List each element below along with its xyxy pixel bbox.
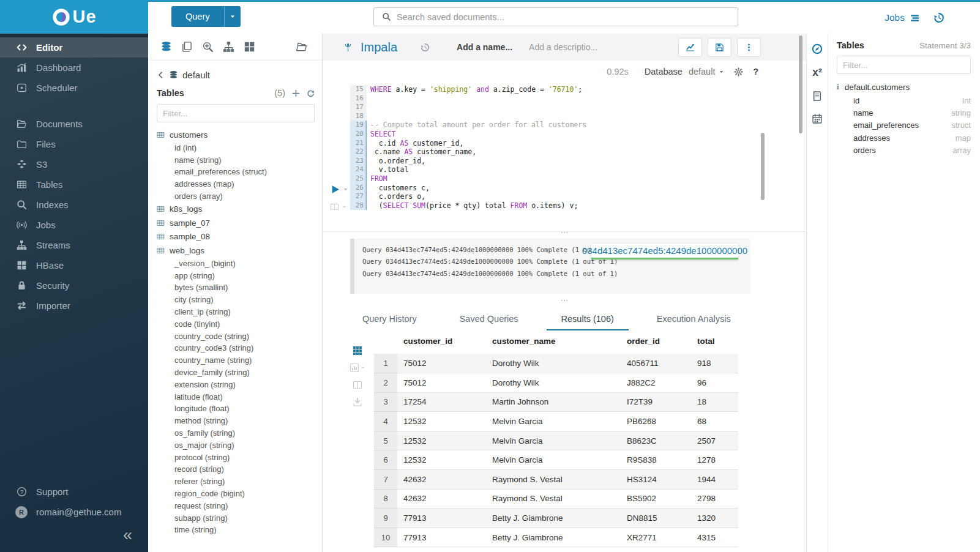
- new-query-button[interactable]: Query: [171, 6, 241, 27]
- sidebar-item-streams[interactable]: Streams: [0, 235, 148, 255]
- code-line-17[interactable]: 17: [350, 103, 806, 112]
- sidebar-item-tables[interactable]: Tables: [0, 174, 148, 195]
- sidebar-item-security[interactable]: Security: [0, 275, 148, 296]
- column-item[interactable]: country_name (string): [157, 354, 315, 367]
- sidebar-item-dashboard[interactable]: Dashboard: [0, 58, 148, 78]
- table-item-web-logs[interactable]: web_logs: [157, 244, 315, 258]
- column-item[interactable]: bytes (smallint): [157, 282, 315, 294]
- query-dropdown-caret-icon[interactable]: [224, 6, 241, 27]
- column-item[interactable]: os_family (string): [157, 427, 315, 439]
- table-row[interactable]: 612532Melvin GarciaR9S8381278: [374, 450, 738, 470]
- breadcrumb-database-name[interactable]: default: [182, 70, 210, 80]
- column-item[interactable]: client_ip (string): [157, 306, 315, 318]
- column-item[interactable]: app (string): [157, 269, 315, 282]
- chart-view-button[interactable]: [350, 363, 365, 373]
- table-item-k8s-logs[interactable]: k8s_logs: [157, 202, 315, 216]
- sidebar-item-editor[interactable]: Editor: [0, 37, 148, 58]
- sidebar-item-support[interactable]: ?Support: [0, 482, 148, 502]
- code-line-15[interactable]: 15WHERE a.key = 'shipping' and a.zip_cod…: [350, 85, 806, 94]
- code-line-16[interactable]: 16: [350, 94, 806, 103]
- column-header-customer-id[interactable]: customer_id: [397, 330, 486, 354]
- sidebar-item-files[interactable]: Files: [0, 134, 148, 154]
- editor-scrollbar[interactable]: [761, 133, 765, 200]
- code-line-26[interactable]: 26 customers c,: [350, 184, 806, 193]
- database-select[interactable]: default: [689, 67, 725, 76]
- info-icon[interactable]: i: [837, 82, 839, 92]
- column-item[interactable]: url (string): [157, 536, 315, 538]
- table-item-sample-07[interactable]: sample_07: [157, 216, 315, 230]
- code-line-18[interactable]: 18: [350, 112, 806, 121]
- right-column-orders[interactable]: ordersarray: [837, 144, 971, 157]
- right-column-addresses[interactable]: addressesmap: [837, 132, 971, 144]
- table-row[interactable]: 842632Raymond S. VestalBS59022798: [374, 489, 738, 509]
- code-line-27[interactable]: 27 c.orders o,: [350, 192, 806, 201]
- column-item[interactable]: code (tinyint): [157, 318, 315, 330]
- column-item[interactable]: longitude (float): [157, 403, 315, 415]
- search-input[interactable]: [397, 12, 738, 22]
- code-line-20[interactable]: 20SELECT: [350, 130, 806, 139]
- column-header-order-id[interactable]: order_id: [621, 330, 691, 354]
- language-reference-icon[interactable]: [812, 91, 823, 102]
- more-options-button[interactable]: [737, 38, 761, 57]
- presentation-mode-button[interactable]: [330, 203, 347, 212]
- sidebar-item-romain-gethue-com[interactable]: Rromain@gethue.com: [0, 502, 148, 522]
- sidebar-item-hbase[interactable]: HBase: [0, 255, 148, 275]
- columns-view-icon[interactable]: [350, 380, 365, 390]
- column-item[interactable]: country_code (string): [157, 330, 315, 342]
- table-row[interactable]: 175012Dorothy Wilk4056711918: [374, 354, 738, 373]
- download-icon[interactable]: [350, 397, 365, 407]
- column-item[interactable]: orders (array): [157, 190, 315, 203]
- column-item[interactable]: method (string): [157, 415, 315, 427]
- tab-execution-analysis[interactable]: Execution Analysis: [642, 309, 746, 330]
- column-item[interactable]: referer (string): [157, 476, 315, 488]
- column-item[interactable]: device_family (string): [157, 367, 315, 379]
- sidebar-item-s3[interactable]: S3: [0, 154, 148, 174]
- code-line-22[interactable]: 22 c.name AS customer_name,: [350, 147, 806, 157]
- editor-settings-gear-icon[interactable]: [734, 67, 743, 76]
- code-line-24[interactable]: 24 v.total: [350, 165, 806, 174]
- resize-handle-bottom[interactable]: ⋯: [323, 297, 806, 304]
- column-item[interactable]: extension (string): [157, 378, 315, 390]
- column-item[interactable]: time (string): [157, 524, 315, 536]
- sidebar-item-indexes[interactable]: Indexes: [0, 195, 148, 215]
- refresh-tables-icon[interactable]: [307, 89, 315, 97]
- column-item[interactable]: email_preferences (struct): [157, 166, 315, 178]
- query-name-field[interactable]: Add a name...: [457, 42, 512, 52]
- right-column-id[interactable]: idint: [837, 94, 971, 106]
- chart-button[interactable]: [678, 38, 702, 57]
- editor-assistant-icon[interactable]: [812, 43, 823, 54]
- query-id-tooltip[interactable]: 034d413ec7474ed5:4249de1000000000: [591, 244, 738, 259]
- new-query-button-label[interactable]: Query: [171, 6, 224, 27]
- editor-help-icon[interactable]: ?: [753, 67, 758, 76]
- documents-assist-icon[interactable]: [181, 41, 193, 53]
- execute-caret-icon[interactable]: [343, 187, 348, 192]
- history-icon[interactable]: [933, 12, 944, 23]
- column-item[interactable]: country_code3 (string): [157, 342, 315, 354]
- sidebar-item-scheduler[interactable]: Scheduler: [0, 78, 148, 98]
- column-item[interactable]: latitude (float): [157, 390, 315, 403]
- table-item-customers[interactable]: customers: [157, 128, 315, 142]
- column-item[interactable]: id (int): [157, 142, 315, 154]
- sidebar-item-documents[interactable]: Documents: [0, 114, 148, 134]
- column-item[interactable]: os_major (string): [157, 439, 315, 451]
- save-button[interactable]: [708, 38, 731, 57]
- code-line-28[interactable]: 28 (SELECT SUM(price * qty) total FROM o…: [350, 201, 806, 211]
- query-history-icon[interactable]: [421, 43, 430, 52]
- code-line-19[interactable]: 19-- Compute total amount per order for …: [350, 121, 806, 130]
- sidebar-item-jobs[interactable]: Jobs: [0, 215, 148, 235]
- right-column-name[interactable]: namestring: [837, 106, 971, 119]
- table-row[interactable]: 412532Melvin GarciaPB626868: [374, 412, 738, 431]
- column-header-total[interactable]: total: [691, 330, 738, 354]
- tab-saved-queries[interactable]: Saved Queries: [445, 309, 533, 330]
- main-scrollbar[interactable]: [799, 35, 802, 133]
- workspace-folder-icon[interactable]: [296, 41, 307, 53]
- column-item[interactable]: subapp (string): [157, 512, 315, 524]
- column-item[interactable]: name (string): [157, 154, 315, 166]
- table-item-sample-08[interactable]: sample_08: [157, 229, 315, 244]
- column-header-customer-name[interactable]: customer_name: [486, 330, 621, 354]
- column-item[interactable]: record (string): [157, 463, 315, 476]
- table-filter[interactable]: [157, 104, 315, 122]
- table-row[interactable]: 742632Raymond S. VestalHS31241944: [374, 470, 738, 490]
- apps-grid-icon[interactable]: [244, 41, 255, 53]
- table-row[interactable]: 512532Melvin GarciaB8623C2507: [374, 431, 738, 450]
